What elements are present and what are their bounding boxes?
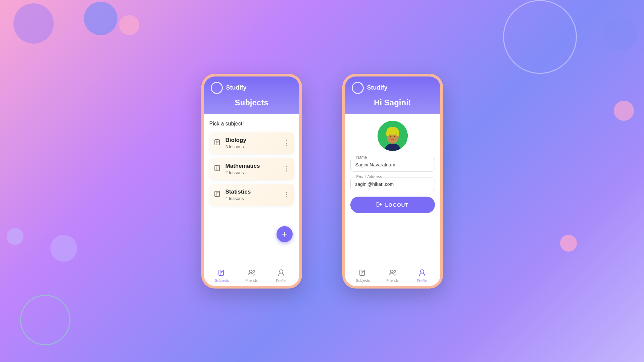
subjects2-nav-icon bbox=[359, 269, 367, 278]
profile2-nav-icon bbox=[419, 269, 426, 278]
biology-more-button[interactable]: ⋮ bbox=[283, 139, 289, 147]
subject-item-statistics[interactable]: Statistics 4 lessons ⋮ bbox=[209, 184, 294, 206]
svg-rect-7 bbox=[216, 168, 218, 168]
nav-friends-label: Friends bbox=[245, 278, 258, 282]
phone1-logo bbox=[211, 82, 223, 94]
mathematics-name: Mathematics bbox=[226, 163, 279, 169]
phone1-bottom-nav: Subjects Friends Profile bbox=[204, 266, 299, 286]
name-label: Name bbox=[355, 155, 368, 160]
subject-item-mathematics[interactable]: Mathematics 2 lessons ⋮ bbox=[209, 158, 294, 180]
svg-rect-14 bbox=[221, 271, 223, 272]
subject-item-biology[interactable]: Biology 3 lessons ⋮ bbox=[209, 132, 294, 154]
statistics-lessons: 4 lessons bbox=[226, 196, 279, 201]
book-icon-statistics bbox=[214, 191, 221, 199]
svg-rect-29 bbox=[362, 271, 364, 272]
phone1-header: Studify Subjects bbox=[204, 76, 299, 114]
subjects-nav-icon bbox=[218, 269, 226, 278]
add-subject-fab[interactable]: + bbox=[277, 226, 293, 242]
avatar-container bbox=[350, 121, 435, 151]
profile-nav-icon bbox=[278, 269, 285, 278]
svg-rect-11 bbox=[216, 194, 218, 194]
nav2-subjects-label: Subjects bbox=[356, 278, 370, 282]
book-icon-mathematics bbox=[214, 165, 221, 173]
statistics-more-button[interactable]: ⋮ bbox=[283, 191, 289, 198]
nav-subjects-label: Subjects bbox=[215, 278, 229, 282]
nav2-profile-label: Profile bbox=[417, 279, 427, 283]
phone1-topbar: Studify bbox=[211, 82, 293, 94]
svg-point-31 bbox=[390, 270, 393, 273]
name-field: Name bbox=[350, 158, 435, 172]
logout-button[interactable]: LOGOUT bbox=[350, 197, 435, 213]
pick-subject-label: Pick a subject! bbox=[209, 121, 294, 127]
biology-info: Biology 3 lessons bbox=[226, 137, 279, 149]
nav-profile[interactable]: Profile bbox=[271, 269, 291, 283]
phone2-topbar: Studify bbox=[352, 82, 434, 94]
svg-rect-2 bbox=[216, 141, 219, 142]
biology-lessons: 3 lessons bbox=[226, 144, 279, 149]
phone2-logo bbox=[352, 82, 364, 94]
phone2-app-name: Studify bbox=[367, 84, 388, 91]
email-field-container: Email Address bbox=[350, 177, 435, 191]
phone2-bottom-nav: Subjects Friends Profile bbox=[345, 266, 440, 286]
phone1-screen-title: Subjects bbox=[211, 97, 293, 107]
name-input[interactable] bbox=[350, 158, 435, 172]
statistics-name: Statistics bbox=[226, 189, 279, 195]
svg-rect-15 bbox=[221, 272, 222, 273]
svg-point-17 bbox=[253, 270, 255, 272]
phone2-greeting: Hi Sagini! bbox=[352, 97, 434, 107]
mathematics-lessons: 2 lessons bbox=[226, 170, 279, 175]
email-input[interactable] bbox=[350, 177, 435, 191]
svg-rect-3 bbox=[216, 142, 218, 143]
phone1-body: Pick a subject! Biology 3 lessons ⋮ bbox=[204, 114, 299, 266]
svg-point-33 bbox=[420, 270, 424, 273]
nav2-friends-label: Friends bbox=[386, 278, 399, 282]
logout-label: LOGOUT bbox=[385, 202, 408, 208]
svg-point-24 bbox=[386, 131, 389, 136]
nav2-profile[interactable]: Profile bbox=[412, 269, 432, 283]
svg-rect-6 bbox=[216, 167, 219, 167]
svg-point-16 bbox=[249, 270, 252, 273]
phone1-app-name: Studify bbox=[226, 84, 247, 91]
svg-rect-30 bbox=[362, 272, 363, 273]
statistics-info: Statistics 4 lessons bbox=[226, 189, 279, 201]
nav2-friends[interactable]: Friends bbox=[383, 269, 403, 282]
nav-subjects[interactable]: Subjects bbox=[212, 269, 232, 282]
phone-profile: Studify Hi Sagini! bbox=[342, 74, 443, 289]
svg-point-18 bbox=[280, 270, 283, 273]
phone2-body: Name Email Address LOGOUT bbox=[345, 114, 440, 266]
nav-friends[interactable]: Friends bbox=[242, 269, 262, 282]
friends2-nav-icon bbox=[389, 269, 397, 278]
profile-avatar bbox=[378, 121, 408, 151]
svg-point-25 bbox=[396, 131, 399, 136]
friends-nav-icon bbox=[248, 269, 256, 278]
nav-profile-label: Profile bbox=[276, 279, 286, 283]
nav2-subjects[interactable]: Subjects bbox=[353, 269, 373, 282]
biology-name: Biology bbox=[226, 137, 279, 144]
logout-icon bbox=[376, 201, 382, 208]
mathematics-info: Mathematics 2 lessons bbox=[226, 163, 279, 175]
phone-subjects: Studify Subjects Pick a subject! Biology… bbox=[201, 74, 302, 289]
mathematics-more-button[interactable]: ⋮ bbox=[283, 165, 289, 172]
phone2-header: Studify Hi Sagini! bbox=[345, 76, 440, 114]
book-icon-biology bbox=[214, 139, 221, 147]
svg-rect-10 bbox=[216, 193, 219, 193]
email-label: Email Address bbox=[355, 174, 384, 179]
svg-point-32 bbox=[394, 270, 396, 272]
